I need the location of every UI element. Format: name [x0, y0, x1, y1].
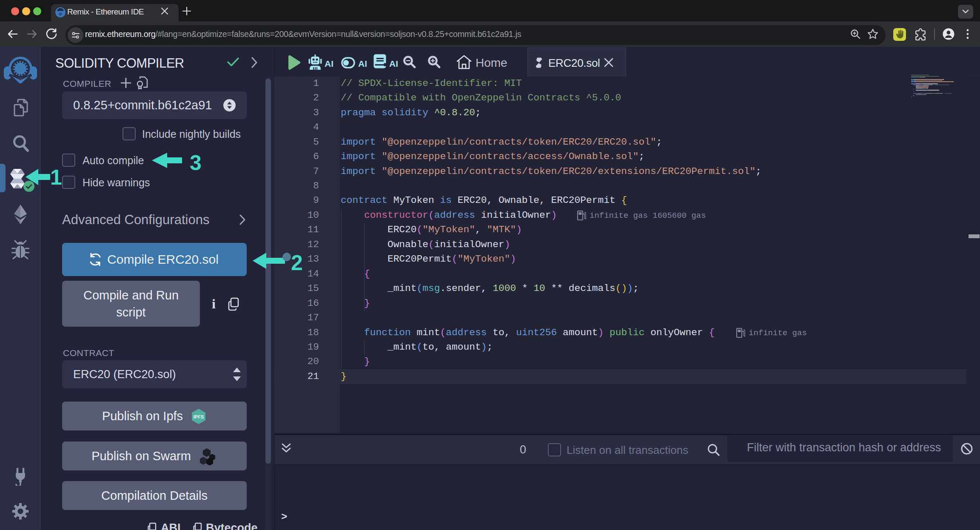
svg-text:IPFS: IPFS — [194, 414, 204, 419]
